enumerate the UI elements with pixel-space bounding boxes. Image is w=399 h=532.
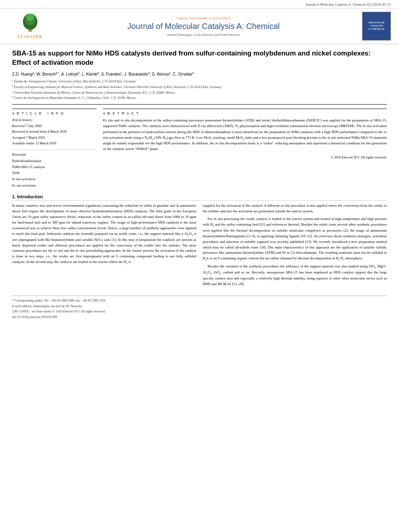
intro-para-4: Besides the variation of the synthesis p… [203,264,387,287]
footer-notes: * Corresponding author. Tel.: +49 431 88… [12,296,387,320]
publisher-logo: ELSEVIER [8,14,52,39]
intro-para-3: For in situ processing the oxidic cataly… [203,216,387,262]
journal-header: ELSEVIER Contents lists available at Sci… [0,8,399,44]
article-dates: Received 7 July 2009 Received in revised… [12,123,97,146]
journal-homepage: journal homepage: www.elsevier.com/locat… [52,33,355,37]
intro-col-right: supplied for the activation of the catal… [203,203,387,289]
abstract-column: A B S T R A C T Ex situ and in situ deco… [103,109,387,189]
journal-reference: Journal of Molecular Catalysis A: Chemic… [0,0,399,8]
abstract-box: A B S T R A C T Ex situ and in situ deco… [103,109,387,159]
introduction-section: 1. Introduction In many countries new an… [12,194,387,289]
online-date: Available online 12 March 2010 [12,140,97,146]
affiliations: a Institut für Anorganische Chemie, Univ… [12,79,387,105]
article-history-label: Article history: [12,118,97,122]
email-note: E-mail address: wbensch@ac.uni-kiel.de (… [12,304,387,309]
journal-title-area: Contents lists available at ScienceDirec… [52,16,355,37]
keyword-1: Hydrodesulfurization [12,158,97,164]
abstract-copyright: © 2010 Elsevier B.V. All rights reserved… [103,155,387,159]
affiliation-c: c Universidad Nacional Autónoma de Méxic… [12,90,387,95]
received-date: Received 7 July 2009 [12,123,97,129]
journal-cover-image: MOLECULARCATALYSISA: CHEMICAL [355,12,391,41]
journal-cover-thumbnail: MOLECULARCATALYSISA: CHEMICAL [362,12,391,41]
corresponding-author-note: * Corresponding author. Tel.: +49 431 88… [12,298,387,304]
article-info-column: A R T I C L E I N F O Article history: R… [12,109,97,189]
accepted-date: Accepted 7 March 2010 [12,135,97,140]
intro-para-1: In many countries new and severe environ… [12,203,196,265]
abstract-heading: A B S T R A C T [103,111,387,115]
introduction-heading: 1. Introduction [12,194,387,201]
leading-text: leading [153,254,164,258]
keyword-3: TEM [12,170,97,176]
keyword-2: NiMo/SBA-15 catalysts [12,164,97,170]
keyword-5: Ex situ activation [12,183,97,189]
elsevier-wordmark: ELSEVIER [18,35,43,39]
affiliation-a: a Institut für Anorganische Chemie, Univ… [12,79,387,84]
elsevier-icon [18,14,42,34]
affiliation-b: b Faculty of Engineering, Institute for … [12,84,387,90]
intro-para-2: supplied for the activation of the catal… [203,203,387,214]
keywords-section: Keywords: Hydrodesulfurization NiMo/SBA-… [12,150,97,189]
sciencedirect-link: Contents lists available at ScienceDirec… [52,16,355,20]
keyword-4: In situ activation [12,176,97,182]
journal-title: Journal of Molecular Catalysis A: Chemic… [52,22,355,31]
doi-line: doi:10.1016/j.molcata.2010.03.009 [12,315,387,320]
article-meta-section: A R T I C L E I N F O Article history: R… [12,109,387,189]
introduction-body: In many countries new and severe environ… [12,203,387,289]
article-info-box: A R T I C L E I N F O Article history: R… [12,109,97,189]
cover-title-text: MOLECULARCATALYSISA: CHEMICAL [368,21,385,31]
main-content: SBA-15 as support for NiMo HDS catalysts… [0,44,399,329]
abstract-text: Ex situ and in situ decomposition of the… [103,118,387,152]
article-info-heading: A R T I C L E I N F O [12,111,97,115]
authors-line: Z.D. Huanga, W. Benscha,*, A. Lotnykb, L… [12,72,387,76]
keywords-label: Keywords: [12,152,97,156]
issn-line: 1381-1169/$ – see front matter © 2010 El… [12,309,387,314]
email-label: E-mail address: [12,304,32,308]
email-value: wbensch@ac.uni-kiel.de (W. Bensch). [33,304,82,308]
keywords-list: Hydrodesulfurization NiMo/SBA-15 catalys… [12,158,97,189]
article-title: SBA-15 as support for NiMo HDS catalysts… [12,49,387,68]
intro-col-left: In many countries new and severe environ… [12,203,196,289]
affiliation-d: d Centro de Investigación en Materiales … [12,95,387,101]
revised-date: Received in revised form 4 March 2010 [12,129,97,134]
